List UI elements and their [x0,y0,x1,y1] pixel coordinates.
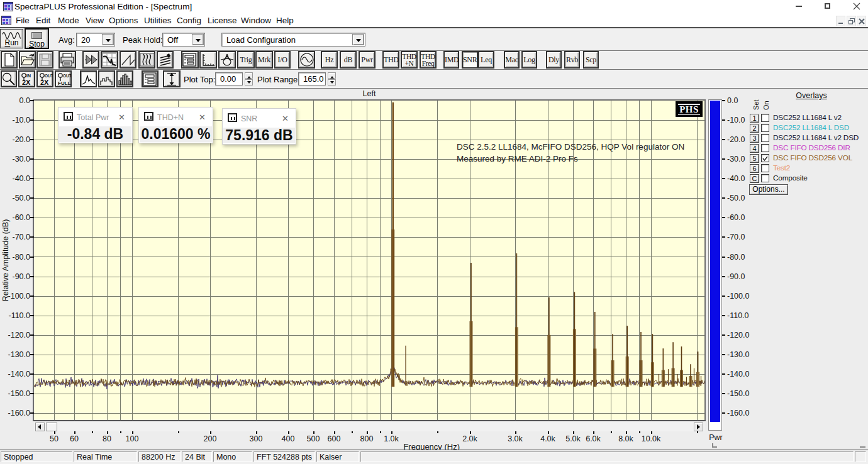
svg-text:OUT: OUT [45,74,53,78]
svg-text:IN: IN [26,74,31,78]
svg-text:FULL: FULL [58,80,71,86]
svg-text:2X: 2X [22,79,31,86]
svg-text:OUT: OUT [63,74,71,78]
svg-text:2X: 2X [40,79,49,86]
